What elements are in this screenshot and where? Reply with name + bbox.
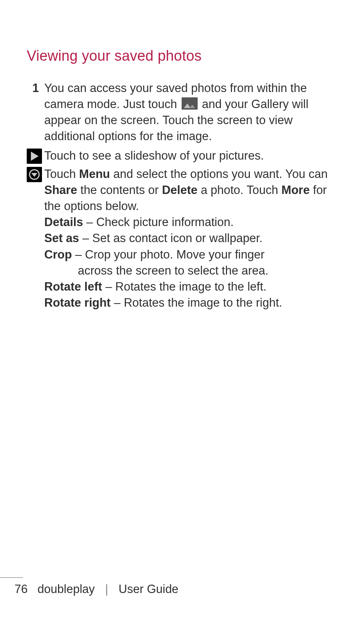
step-body: You can access your saved photos from wi… bbox=[44, 80, 337, 145]
step-number: 1 bbox=[27, 80, 39, 145]
option-rotate-right: Rotate right – Rotates the image to the … bbox=[44, 295, 337, 311]
gallery-icon bbox=[182, 97, 198, 110]
page-content: Viewing your saved photos 1 You can acce… bbox=[0, 0, 364, 311]
label: Rotate right bbox=[44, 296, 111, 309]
product-name: doubleplay bbox=[37, 582, 95, 596]
label: Rotate left bbox=[44, 280, 102, 293]
share-bold: Share bbox=[44, 183, 77, 197]
t: and select the options you want. You can bbox=[110, 167, 327, 181]
section-heading: Viewing your saved photos bbox=[27, 48, 337, 64]
delete-bold: Delete bbox=[162, 183, 197, 197]
step-1: 1 You can access your saved photos from … bbox=[27, 80, 337, 145]
option-crop-cont: across the screen to select the area. bbox=[44, 263, 337, 279]
option-rotate-left: Rotate left – Rotates the image to the l… bbox=[44, 279, 337, 295]
label: Details bbox=[44, 215, 83, 229]
label: Crop bbox=[44, 248, 72, 261]
menu-bold: Menu bbox=[79, 167, 110, 181]
desc: – Crop your photo. Move your finger bbox=[72, 248, 264, 261]
slideshow-text: Touch to see a slideshow of your picture… bbox=[44, 148, 337, 164]
guide-label: User Guide bbox=[119, 582, 179, 596]
desc: – Rotates the image to the left. bbox=[102, 280, 267, 293]
options-block: Details – Check picture information. Set… bbox=[44, 214, 337, 311]
play-icon bbox=[27, 149, 42, 164]
page-footer: 76 doubleplay | User Guide bbox=[0, 577, 364, 596]
menu-dropdown-icon bbox=[27, 167, 42, 182]
menu-row: Touch Menu and select the options you wa… bbox=[27, 166, 337, 214]
option-crop: Crop – Crop your photo. Move your finger bbox=[44, 247, 337, 263]
t: the contents or bbox=[77, 183, 162, 197]
t: a photo. Touch bbox=[198, 183, 282, 197]
desc: – Check picture information. bbox=[83, 215, 234, 229]
option-details: Details – Check picture information. bbox=[44, 214, 337, 230]
t: Touch bbox=[44, 167, 79, 181]
label: Set as bbox=[44, 231, 79, 245]
page-number: 76 bbox=[14, 582, 27, 596]
footer-text: 76 doubleplay | User Guide bbox=[0, 582, 364, 596]
menu-text: Touch Menu and select the options you wa… bbox=[44, 166, 337, 214]
footer-separator: | bbox=[105, 582, 108, 596]
desc: – Rotates the image to the right. bbox=[111, 296, 282, 309]
option-set-as: Set as – Set as contact icon or wallpape… bbox=[44, 230, 337, 246]
icon-cell bbox=[27, 166, 44, 214]
footer-rule bbox=[0, 577, 23, 578]
desc: – Set as contact icon or wallpaper. bbox=[79, 231, 263, 245]
slideshow-row: Touch to see a slideshow of your picture… bbox=[27, 148, 337, 164]
more-bold: More bbox=[282, 183, 310, 197]
icon-cell bbox=[27, 148, 44, 164]
